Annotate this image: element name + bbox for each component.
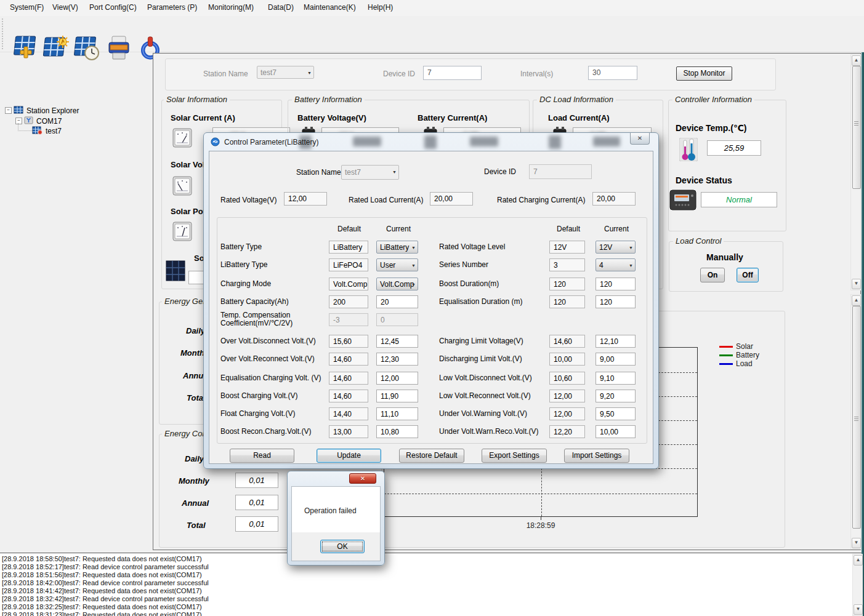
upper-scrollbar[interactable]: ▲ ▼ — [850, 54, 861, 290]
dialog-close-button[interactable]: ✕ — [630, 133, 650, 145]
menu-parameters[interactable]: Parameters (P) — [147, 3, 197, 12]
menu-system[interactable]: System(F) — [10, 3, 44, 12]
row-default: -3 — [329, 313, 368, 326]
scroll-down-icon[interactable]: ▼ — [852, 538, 861, 548]
discharging-limit-field[interactable]: 9,00 — [596, 353, 636, 366]
libattery-type-select[interactable]: User▼ — [376, 258, 418, 271]
equalisation-volt-field[interactable]: 12,00 — [376, 372, 418, 385]
device-status-label: Device Status — [676, 175, 732, 185]
legend-battery-label: Battery — [736, 351, 759, 359]
ovd-volt-field[interactable]: 12,45 — [376, 335, 418, 348]
under-volt-warn-reco-field[interactable]: 10,00 — [596, 425, 636, 438]
log-entry: [28.9.2018 18:32:42]test7: Read device c… — [2, 595, 209, 602]
charging-mode-select[interactable]: Volt.Comp▼ — [376, 278, 418, 290]
msgbox-ok-button[interactable]: OK — [320, 540, 365, 553]
battery-type-select[interactable]: LiBattery▼ — [376, 241, 418, 254]
boost-volt-field[interactable]: 11,90 — [376, 390, 418, 402]
rated-charge-value: 20,00 — [592, 192, 636, 206]
menu-help[interactable]: Help(H) — [368, 3, 393, 12]
boost-recon-volt-field[interactable]: 10,80 — [376, 425, 418, 438]
device-temp-label: Device Temp.(℃) — [676, 123, 747, 133]
gauge-icon — [172, 126, 192, 150]
restore-default-button[interactable]: Restore Default — [399, 449, 464, 463]
scroll-up-icon[interactable]: ▲ — [852, 55, 861, 66]
col-default-left: Default — [337, 225, 361, 233]
export-settings-button[interactable]: Export Settings — [482, 449, 547, 463]
tree-item-test7[interactable]: test7 — [46, 127, 62, 135]
tree-expander[interactable]: − — [5, 107, 12, 114]
lvd-volt-field[interactable]: 9,10 — [596, 372, 636, 385]
legend-battery-swatch — [719, 354, 733, 356]
menu-bar: System(F) View(V) Port Config(C) Paramet… — [0, 0, 864, 16]
row-default: 12,00 — [549, 390, 585, 402]
rated-voltage-value: 12,00 — [284, 192, 327, 206]
menu-maintenance[interactable]: Maintenance(K) — [304, 3, 356, 12]
col-current-left: Current — [386, 225, 411, 233]
import-settings-button[interactable]: Import Settings — [564, 449, 629, 463]
row-default: 12,20 — [549, 425, 585, 438]
load-off-button[interactable]: Off — [737, 268, 759, 282]
solar-panel-icon — [165, 260, 186, 284]
msgbox-close-button[interactable]: ✕ — [349, 473, 376, 484]
row-label: Under Vol.Warning Volt.(V) — [439, 409, 527, 418]
charging-limit-field[interactable]: 12,10 — [596, 335, 636, 348]
station-name-value: test7 — [260, 68, 277, 77]
rated-voltage-level-select[interactable]: 12V▼ — [596, 241, 636, 254]
row-default: 14,60 — [549, 335, 585, 348]
menu-data[interactable]: Data(D) — [268, 3, 294, 12]
interval-field[interactable]: 30 — [588, 66, 637, 80]
scroll-down-icon[interactable]: ▼ — [852, 279, 861, 289]
station-name-label: Station Name — [203, 70, 248, 78]
under-volt-warning-field[interactable]: 9,50 — [596, 407, 636, 420]
con-monthly-value: 0,01 — [235, 473, 278, 488]
battery-current-label: Battery Current(A) — [418, 113, 487, 122]
app-window: System(F) View(V) Port Config(C) Paramet… — [0, 0, 864, 616]
boost-duration-field[interactable]: 120 — [596, 278, 636, 290]
toolbar-drag-handle — [2, 18, 4, 49]
float-volt-field[interactable]: 11,10 — [376, 407, 418, 420]
chevron-down-icon: ▼ — [392, 170, 397, 174]
read-button[interactable]: Read — [230, 449, 294, 463]
equalisation-duration-field[interactable]: 120 — [596, 295, 636, 308]
series-number-select[interactable]: 4▼ — [596, 258, 636, 271]
operation-failed-msgbox: ✕ Operation failed OK — [287, 471, 385, 566]
device-id-field[interactable]: 7 — [423, 66, 482, 80]
tree-item-station-explorer[interactable]: Station Explorer — [26, 106, 79, 115]
control-parameter-dialog: Control Parameter(LiBattery) ✕ Station N… — [203, 132, 659, 469]
scroll-up-icon[interactable]: ▲ — [854, 555, 863, 566]
lower-scrollbar[interactable]: ▲ ▼ — [850, 294, 861, 550]
battery-capacity-field[interactable]: 20 — [376, 295, 418, 308]
scroll-down-icon[interactable]: ▼ — [854, 604, 863, 615]
scroll-up-icon[interactable]: ▲ — [852, 295, 861, 306]
stop-monitor-button[interactable]: Stop Monitor — [676, 66, 732, 81]
lvr-volt-field[interactable]: 9,20 — [596, 390, 636, 402]
row-default: 12V — [549, 241, 585, 254]
station-name-select[interactable]: test7 ▼ — [257, 66, 314, 79]
row-label: Equalisation Charging Volt. (V) — [220, 374, 321, 382]
dlg-station-name-value: test7 — [345, 168, 361, 177]
row-current: LiBattery — [380, 243, 409, 252]
row-default: 14,60 — [329, 372, 368, 385]
row-default: Volt.Comp. — [329, 278, 368, 290]
log-scrollbar[interactable]: ▲ ▼ — [852, 554, 863, 616]
log-entry: [28.9.2018 18:31:23]test7: Requested dat… — [2, 611, 202, 616]
ovr-volt-field[interactable]: 12,30 — [376, 353, 418, 366]
row-label: Boost Charging Volt.(V) — [220, 391, 297, 400]
menu-port-config[interactable]: Port Config(C) — [89, 3, 137, 12]
battery-voltage-label: Battery Voltage(V) — [297, 113, 366, 122]
row-default: 14,60 — [329, 353, 368, 366]
scrollbar-thumb[interactable] — [852, 66, 861, 189]
load-on-button[interactable]: On — [700, 268, 725, 282]
menu-view[interactable]: View(V) — [52, 3, 78, 12]
tree-item-com17[interactable]: COM17 — [36, 117, 62, 126]
device-temp-value: 25,59 — [707, 140, 761, 156]
menu-monitoring[interactable]: Monitoring(M) — [208, 3, 254, 12]
msgbox-message: Operation failed — [304, 506, 357, 515]
con-monthly-label: Monthly — [179, 476, 209, 486]
station-tree: − Station Explorer − COM17 test7 — [0, 53, 152, 550]
dlg-device-id-field[interactable]: 7 — [529, 164, 592, 179]
dlg-station-name-select[interactable]: test7 ▼ — [341, 165, 399, 180]
row-default: 15,60 — [329, 335, 368, 348]
update-button[interactable]: Update — [317, 449, 381, 463]
row-default: 3 — [549, 258, 585, 271]
